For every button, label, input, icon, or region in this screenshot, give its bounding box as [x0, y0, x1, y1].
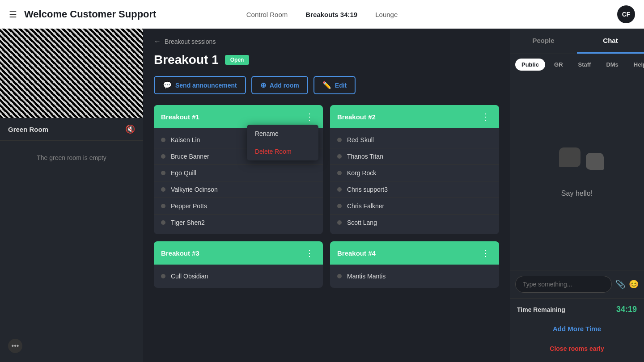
- participant-name: Tiger Shen2: [171, 219, 205, 226]
- list-item: Tiger Shen2: [154, 215, 323, 231]
- breadcrumb[interactable]: ← Breakout sessions: [154, 38, 499, 46]
- room-4-header: Breakout #4 ⋮: [330, 241, 499, 265]
- green-room-title: Green Room: [8, 126, 48, 133]
- nav-link-lounge[interactable]: Lounge: [375, 11, 398, 18]
- rename-menu-item[interactable]: Rename: [247, 125, 318, 143]
- dots-menu-button[interactable]: •••: [8, 339, 22, 353]
- participant-name: Valkyrie Odinson: [171, 186, 218, 193]
- menu-icon[interactable]: ☰: [9, 9, 17, 20]
- participant-name: Scott Lang: [347, 219, 377, 226]
- add-more-time-button[interactable]: Add More Time: [517, 320, 637, 338]
- room-2-title: Breakout #2: [337, 113, 376, 121]
- chat-input[interactable]: [515, 276, 612, 293]
- participant-name: Korg Rock: [347, 169, 376, 177]
- room-3-menu-button[interactable]: ⋮: [303, 248, 316, 258]
- list-item: Chris Falkner: [330, 198, 499, 215]
- chat-bubble-icon: [559, 147, 595, 174]
- participant-name: Bruce Banner: [171, 153, 209, 160]
- room-4-participants: Mantis Mantis: [330, 265, 499, 288]
- attachment-icon[interactable]: 📎: [615, 279, 625, 289]
- participant-name: Chris Falkner: [347, 202, 384, 210]
- room-1-menu-button[interactable]: ⋮: [303, 111, 316, 122]
- participant-dot: [337, 274, 342, 278]
- add-room-label: Add room: [270, 82, 299, 89]
- avatar[interactable]: CF: [617, 5, 635, 23]
- add-room-button[interactable]: ⊕ Add room: [251, 76, 308, 94]
- send-announcement-label: Send announcement: [175, 82, 237, 89]
- tab-people[interactable]: People: [510, 29, 577, 54]
- list-item: Pepper Potts: [154, 198, 323, 215]
- time-row: Time Remaining 34:19: [517, 305, 637, 314]
- open-badge: Open: [225, 55, 250, 65]
- action-bar: 💬 Send announcement ⊕ Add room ✏️ Edit: [154, 76, 499, 94]
- filter-public[interactable]: Public: [515, 59, 545, 71]
- context-menu: Rename Delete Room: [247, 125, 318, 160]
- chat-bubble-2: [586, 153, 604, 170]
- mute-icon[interactable]: 🔇: [125, 124, 135, 134]
- list-item: Valkyrie Odinson: [154, 181, 323, 198]
- nav-link-breakouts[interactable]: Breakouts 34:19: [305, 11, 357, 18]
- participant-dot: [161, 274, 165, 278]
- list-item: Thanos Titan: [330, 148, 499, 165]
- chat-bubble-1: [559, 147, 580, 167]
- filter-staff[interactable]: Staff: [572, 59, 597, 71]
- filter-dms[interactable]: DMs: [600, 59, 624, 71]
- top-nav: ☰ Welcome Customer Support Control Room …: [0, 0, 644, 29]
- list-item: Korg Rock: [330, 165, 499, 181]
- participant-dot: [161, 187, 165, 192]
- chat-input-area: 📎 😊: [510, 270, 644, 298]
- time-remaining-section: Time Remaining 34:19 Add More Time Close…: [510, 298, 644, 362]
- chat-empty-text: Say hello!: [561, 189, 593, 198]
- participant-name: Kaisen Lin: [171, 136, 200, 143]
- participant-dot: [337, 204, 342, 208]
- announcement-icon: 💬: [163, 81, 172, 89]
- room-2-header: Breakout #2 ⋮: [330, 105, 499, 128]
- room-2-menu-button[interactable]: ⋮: [479, 111, 492, 122]
- nav-link-control-room[interactable]: Control Room: [246, 11, 288, 18]
- main-content: Green Room 🔇 The green room is empty •••…: [0, 29, 644, 362]
- right-panel: People Chat Public GR Staff DMs Help Say…: [510, 29, 644, 362]
- list-item: Scott Lang: [330, 215, 499, 231]
- breakout-room-1: Breakout #1 ⋮ Rename Delete Room Kaisen …: [154, 105, 323, 234]
- room-4-menu-button[interactable]: ⋮: [479, 248, 492, 258]
- list-item: Red Skull: [330, 132, 499, 148]
- room-2-participants: Red Skull Thanos Titan Korg Rock Chris s…: [330, 128, 499, 234]
- edit-label: Edit: [335, 82, 347, 89]
- room-1-title: Breakout #1: [161, 113, 199, 121]
- emoji-icon[interactable]: 😊: [629, 279, 639, 289]
- participant-name: Red Skull: [347, 136, 374, 143]
- center-panel: ← Breakout sessions Breakout 1 Open 💬 Se…: [143, 29, 510, 362]
- back-arrow-icon: ←: [154, 38, 161, 46]
- participant-name: Chris support3: [347, 186, 388, 193]
- send-announcement-button[interactable]: 💬 Send announcement: [154, 76, 246, 94]
- green-room-label: Green Room 🔇: [0, 118, 143, 141]
- filter-gr[interactable]: GR: [548, 59, 569, 71]
- breakout-room-2: Breakout #2 ⋮ Red Skull Thanos Titan Kor…: [330, 105, 499, 234]
- participant-dot: [337, 154, 342, 159]
- video-area: [0, 29, 143, 118]
- participant-dot: [161, 154, 165, 159]
- chat-icons: 📎 😊: [615, 279, 639, 289]
- participant-dot: [337, 187, 342, 192]
- room-3-participants: Cull Obsidian: [154, 265, 323, 288]
- close-rooms-early-button[interactable]: Close rooms early: [517, 341, 637, 356]
- page-title: Breakout 1: [154, 53, 219, 67]
- time-remaining-value: 34:19: [616, 305, 637, 314]
- delete-room-menu-item[interactable]: Delete Room: [247, 143, 318, 160]
- left-panel: Green Room 🔇 The green room is empty •••: [0, 29, 143, 362]
- edit-button[interactable]: ✏️ Edit: [314, 76, 356, 94]
- breakout-room-3: Breakout #3 ⋮ Cull Obsidian: [154, 241, 323, 288]
- participant-dot: [337, 220, 342, 225]
- add-icon: ⊕: [260, 81, 266, 89]
- tab-chat[interactable]: Chat: [577, 29, 644, 54]
- participant-dot: [337, 138, 342, 142]
- breakout-room-4: Breakout #4 ⋮ Mantis Mantis: [330, 241, 499, 288]
- list-item: Ego Quill: [154, 165, 323, 181]
- list-item: Chris support3: [330, 181, 499, 198]
- participant-dot: [161, 171, 165, 175]
- breakout-grid: Breakout #1 ⋮ Rename Delete Room Kaisen …: [154, 105, 499, 288]
- participant-name: Mantis Mantis: [347, 273, 386, 280]
- participant-name: Ego Quill: [171, 169, 196, 177]
- page-header: Breakout 1 Open: [154, 53, 499, 67]
- filter-help[interactable]: Help: [627, 59, 644, 71]
